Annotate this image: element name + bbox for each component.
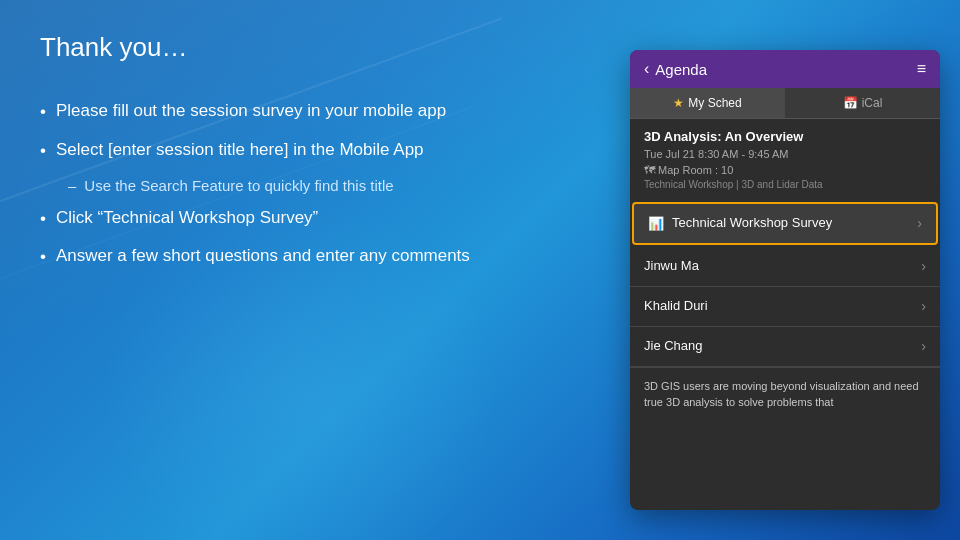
description-text: 3D GIS users are moving beyond visualiza… [644, 378, 926, 411]
ical-icon: 📅 [843, 96, 858, 110]
list-item-jinwu-text: Jinwu Ma [644, 258, 699, 275]
bullet-item-2: • Select [enter session title here] in t… [40, 138, 590, 163]
sub-dash-1: – [68, 177, 76, 194]
list-item-khalid-text: Khalid Duri [644, 298, 708, 315]
khalid-chevron-icon: › [921, 298, 926, 314]
jie-chevron-icon: › [921, 338, 926, 354]
sub-bullet-text-1: Use the Search Feature to quickly find t… [84, 177, 393, 194]
list-item-survey[interactable]: 📊 Technical Workshop Survey › [632, 202, 938, 245]
tab-ical-label: iCal [862, 96, 883, 110]
tab-bar: ★ My Sched 📅 iCal [630, 88, 940, 119]
bullet-text-2: Select [enter session title here] in the… [56, 138, 424, 162]
tab-my-sched-label: My Sched [688, 96, 741, 110]
session-tags: Technical Workshop | 3D and Lidar Data [644, 179, 926, 190]
page-title: Thank you… [40, 32, 590, 63]
main-content: Thank you… • Please fill out the session… [0, 0, 630, 540]
list-item-jinwu[interactable]: Jinwu Ma › [630, 247, 940, 287]
star-icon: ★ [673, 96, 684, 110]
survey-chevron-icon: › [917, 215, 922, 231]
bullet-item-4: • Answer a few short questions and enter… [40, 244, 590, 269]
survey-icon: 📊 [648, 216, 664, 231]
bullet-dot-2: • [40, 139, 46, 163]
bullet-dot-1: • [40, 100, 46, 124]
sub-bullet-1: – Use the Search Feature to quickly find… [68, 177, 590, 194]
app-header-left: ‹ Agenda [644, 60, 707, 78]
list-item-jinwu-left: Jinwu Ma [644, 258, 921, 275]
tab-ical[interactable]: 📅 iCal [785, 88, 940, 118]
bullet-text-3: Click “Technical Workshop Survey” [56, 206, 318, 230]
session-time: Tue Jul 21 8:30 AM - 9:45 AM [644, 148, 926, 160]
list-item-survey-text: Technical Workshop Survey [672, 215, 832, 232]
bullet-list: • Please fill out the session survey in … [40, 99, 590, 269]
session-meta: 🗺 Map Room : 10 [644, 164, 926, 176]
list-item-jie-text: Jie Chang [644, 338, 703, 355]
phone-app-panel: ‹ Agenda ≡ ★ My Sched 📅 iCal 3D Analysis… [630, 50, 940, 510]
description-section: 3D GIS users are moving beyond visualiza… [630, 367, 940, 421]
list-items-container: 📊 Technical Workshop Survey › Jinwu Ma ›… [630, 202, 940, 367]
app-header-title: Agenda [655, 61, 707, 78]
app-header: ‹ Agenda ≡ [630, 50, 940, 88]
session-title: 3D Analysis: An Overview [644, 129, 926, 144]
tab-my-sched[interactable]: ★ My Sched [630, 88, 785, 118]
list-item-khalid-left: Khalid Duri [644, 298, 921, 315]
bullet-item-1: • Please fill out the session survey in … [40, 99, 590, 124]
session-header: 3D Analysis: An Overview Tue Jul 21 8:30… [630, 119, 940, 200]
jinwu-chevron-icon: › [921, 258, 926, 274]
list-item-jie[interactable]: Jie Chang › [630, 327, 940, 367]
bullet-dot-3: • [40, 207, 46, 231]
list-item-jie-left: Jie Chang [644, 338, 921, 355]
bullet-text-4: Answer a few short questions and enter a… [56, 244, 470, 268]
bullet-text-1: Please fill out the session survey in yo… [56, 99, 446, 123]
back-chevron-icon: ‹ [644, 60, 649, 78]
bullet-item-3: • Click “Technical Workshop Survey” [40, 206, 590, 231]
list-item-survey-left: 📊 Technical Workshop Survey [648, 215, 917, 232]
menu-icon: ≡ [917, 60, 926, 78]
bullet-dot-4: • [40, 245, 46, 269]
list-item-khalid[interactable]: Khalid Duri › [630, 287, 940, 327]
